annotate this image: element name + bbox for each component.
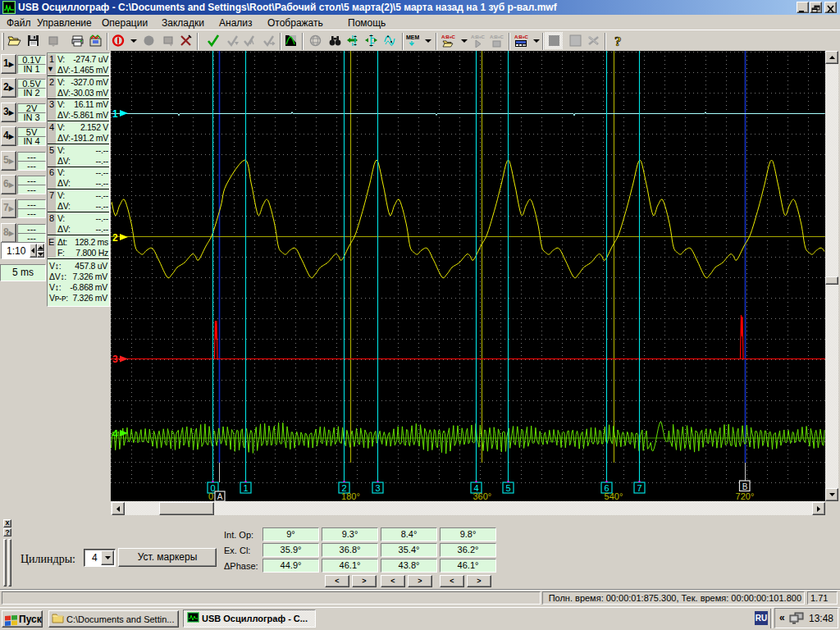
svg-text:3: 3 (375, 483, 380, 493)
svg-text:540°: 540° (605, 491, 623, 501)
svg-text:A:B+C: A:B+C (514, 34, 528, 39)
svg-text:A:B+C: A:B+C (441, 34, 455, 39)
svg-text:720°: 720° (736, 491, 755, 501)
svg-text:A:B+C: A:B+C (471, 34, 485, 39)
svg-text:7: 7 (637, 483, 641, 493)
svg-text:3: 3 (112, 354, 118, 365)
svg-text:?: ? (614, 34, 622, 48)
svg-text:5: 5 (505, 483, 510, 493)
svg-text:B: B (742, 482, 748, 491)
svg-text:A:B+C: A:B+C (490, 34, 504, 39)
svg-text:4: 4 (112, 428, 118, 440)
svg-text:1: 1 (112, 108, 118, 120)
svg-text:MEM: MEM (406, 34, 419, 40)
svg-text:1: 1 (243, 483, 248, 493)
svg-text:360°: 360° (472, 491, 491, 501)
svg-text:2: 2 (112, 232, 118, 244)
svg-text:A: A (217, 492, 223, 501)
svg-text:0: 0 (208, 491, 213, 501)
svg-text:180°: 180° (341, 491, 360, 501)
